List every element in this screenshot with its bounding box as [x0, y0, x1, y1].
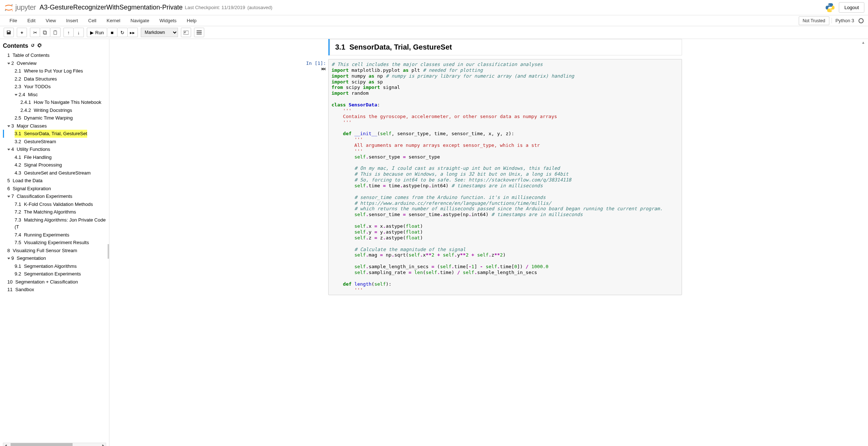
caret-down-icon	[7, 125, 10, 127]
code-input-area[interactable]: # This cell includes the major classes u…	[328, 59, 682, 295]
scroll-up-icon[interactable]: ▲	[861, 40, 866, 44]
toc-title: Contents	[3, 43, 28, 49]
svg-rect-12	[197, 31, 202, 31]
toc-item[interactable]: 9.1 Segmentation Algorithms	[3, 262, 106, 270]
heading-number: 3.1	[335, 43, 345, 51]
menubar: FileEditViewInsertCellKernelNavigateWidg…	[0, 15, 868, 26]
scrollbar-thumb[interactable]	[11, 443, 73, 446]
move-down-button[interactable]: ↓	[74, 28, 84, 37]
toc-item[interactable]: 9.2 Segmentation Experiments	[3, 270, 106, 278]
toc-item[interactable]: 3 Major Classes	[3, 122, 106, 130]
menu-insert[interactable]: Insert	[61, 16, 83, 26]
caret-down-icon	[7, 149, 10, 150]
code-content[interactable]: # This cell includes the major classes u…	[332, 62, 679, 293]
caret-down-icon	[7, 63, 10, 64]
copy-button[interactable]	[40, 28, 50, 37]
toc-item[interactable]: 4 Utility Functions	[3, 145, 106, 153]
gear-icon[interactable]	[37, 43, 42, 49]
svg-point-1	[5, 10, 6, 11]
add-cell-button[interactable]: +	[17, 28, 27, 37]
svg-rect-7	[54, 31, 57, 34]
move-up-button[interactable]: ↑	[63, 28, 74, 37]
autosaved-text: (autosaved)	[247, 5, 272, 10]
toc-horizontal-scrollbar[interactable]: ◄ ►	[3, 443, 106, 446]
svg-point-0	[12, 4, 13, 5]
toc-item-active[interactable]: 3.1 SensorData, Trial, GestureSet	[15, 130, 87, 138]
input-prompt: In [1]: ⏭	[295, 59, 328, 295]
markdown-heading-cell[interactable]: 3.1 SensorData, Trial, GestureSet	[328, 39, 682, 55]
paste-button[interactable]	[50, 28, 61, 37]
toc-item[interactable]: 2.4 Misc	[3, 91, 106, 99]
run-button[interactable]: ▶Run	[87, 28, 107, 37]
menu-cell[interactable]: Cell	[83, 16, 101, 26]
fast-forward-button[interactable]: ▸▸	[128, 28, 138, 37]
toc-item[interactable]: 7 Classification Experiments	[3, 192, 106, 200]
toc-item[interactable]: 1 Table of Contents	[3, 51, 106, 59]
menu-edit[interactable]: Edit	[22, 16, 40, 26]
menu-kernel[interactable]: Kernel	[101, 16, 125, 26]
cut-button[interactable]: ✂	[30, 28, 40, 37]
step-icon[interactable]: ⏭	[321, 66, 326, 71]
code-cell[interactable]: In [1]: ⏭ # This cell includes the major…	[295, 59, 682, 295]
scroll-right-icon[interactable]: ►	[101, 443, 106, 446]
toc-item[interactable]: 10 Segmentation + Classification	[3, 278, 106, 286]
svg-point-4	[831, 10, 832, 11]
toc-item[interactable]: 2.1 Where to Put Your Log Files	[3, 67, 106, 75]
toc-item[interactable]: 9 Segmentation	[3, 254, 106, 262]
toc-item[interactable]: 2.3 Your TODOs	[3, 83, 106, 91]
svg-rect-8	[55, 30, 56, 31]
toc-item[interactable]: 11 Sandbox	[3, 286, 106, 294]
menu-widgets[interactable]: Widgets	[154, 16, 182, 26]
toc-item[interactable]: 4.1 File Handling	[3, 153, 106, 161]
svg-rect-14	[197, 34, 202, 35]
toc-toggle-button[interactable]	[194, 28, 204, 37]
toc-item[interactable]: 7.3 Matching Algorithms: Jon Private Cod…	[3, 216, 106, 231]
toc-item[interactable]: 7.5 Visualizing Experiment Results	[3, 239, 106, 247]
toc-item[interactable]: 3.2 GestureStream	[3, 138, 106, 146]
toc-item[interactable]: 2 Overview	[3, 59, 106, 67]
stop-button[interactable]: ■	[107, 28, 117, 37]
scroll-left-icon[interactable]: ◄	[3, 443, 8, 446]
notebook-area[interactable]: ▲ 3.1 SensorData, Trial, GestureSet In […	[109, 39, 868, 446]
svg-rect-13	[197, 32, 202, 33]
command-palette-button[interactable]	[181, 28, 191, 37]
menu-view[interactable]: View	[40, 16, 61, 26]
toc-item[interactable]: 2.4.2 Writing Docstrings	[3, 106, 106, 114]
save-button[interactable]	[4, 28, 14, 37]
restart-button[interactable]: ↻	[117, 28, 128, 37]
toc-item[interactable]: 4.3 GestureSet and GestureStream	[3, 169, 106, 177]
notebook-header: jupyter A3-GestureRecognizerWithSegmenta…	[0, 0, 868, 15]
trust-badge[interactable]: Not Trusted	[799, 16, 829, 25]
toc-item[interactable]: 7.2 The Matching Algorithms	[3, 208, 106, 216]
svg-rect-11	[184, 32, 186, 33]
svg-rect-10	[184, 31, 186, 32]
toc-item[interactable]: 5 Load the Data	[3, 177, 106, 185]
toc-item[interactable]: 2.4.1 How To Navigate This Notebook	[3, 98, 106, 106]
toc-item[interactable]: 7.4 Running Experiments	[3, 231, 106, 239]
toc-item[interactable]: 6 Signal Exploration	[3, 185, 106, 193]
jupyter-logo[interactable]: jupyter	[4, 3, 36, 13]
toc-sidebar[interactable]: Contents 1 Table of Contents2 Overview2.…	[0, 39, 109, 446]
toc-item[interactable]: 8 Visualizing Full Sensor Stream	[3, 247, 106, 255]
kernel-name[interactable]: Python 3	[832, 18, 856, 23]
checkpoint-text: Last Checkpoint: 11/19/2019	[185, 5, 245, 10]
heading-text: SensorData, Trial, GestureSet	[349, 43, 452, 51]
caret-down-icon	[7, 196, 10, 197]
toc-item[interactable]: 2.2 Data Structures	[3, 75, 106, 83]
refresh-icon[interactable]	[30, 43, 35, 49]
kernel-indicator-icon[interactable]	[859, 18, 864, 23]
toc-header: Contents	[3, 43, 106, 49]
logout-button[interactable]: Logout	[839, 2, 864, 13]
svg-point-3	[829, 4, 829, 5]
toc-item[interactable]: 2.5 Dynamic Time Warping	[3, 114, 106, 122]
toc-item[interactable]: 7.1 K-Fold Cross Validation Methods	[3, 200, 106, 208]
caret-down-icon	[15, 94, 18, 96]
celltype-select[interactable]: Markdown	[141, 28, 178, 37]
menu-file[interactable]: File	[4, 16, 22, 26]
notebook-title[interactable]: A3-GestureRecognizerWithSegmentation-Pri…	[40, 4, 183, 11]
menu-help[interactable]: Help	[182, 16, 202, 26]
toc-resize-handle[interactable]	[108, 244, 109, 259]
toc-item[interactable]: 4.2 Signal Processing	[3, 161, 106, 169]
menu-navigate[interactable]: Navigate	[125, 16, 154, 26]
svg-point-2	[12, 10, 13, 11]
